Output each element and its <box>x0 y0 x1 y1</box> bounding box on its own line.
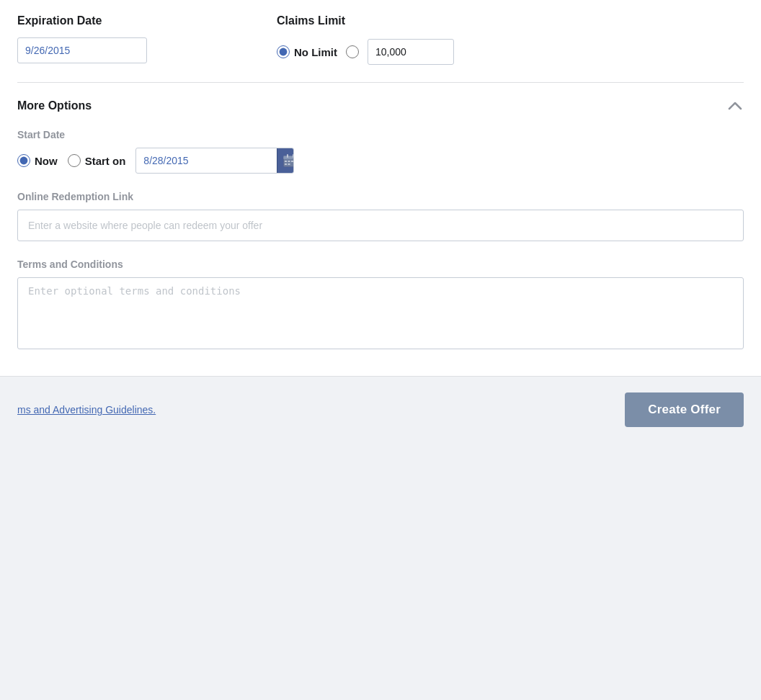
claims-limit-row: No Limit <box>277 39 454 65</box>
start-date-subsection: Start Date Now Start on <box>17 129 744 174</box>
custom-limit-radio[interactable] <box>346 45 359 58</box>
expiration-date-input-wrapper[interactable] <box>17 37 147 63</box>
start-calendar-icon <box>283 154 294 167</box>
terms-section: Terms and Conditions <box>17 259 744 351</box>
svg-rect-19 <box>291 161 293 162</box>
more-options-title: More Options <box>17 99 92 112</box>
svg-rect-14 <box>284 158 295 159</box>
start-date-row: Now Start on <box>17 148 744 174</box>
more-options-collapse-button[interactable] <box>726 97 744 115</box>
claims-limit-input[interactable] <box>368 39 454 65</box>
svg-rect-22 <box>288 163 290 165</box>
footer-bar: ms and Advertising Guidelines. Create Of… <box>0 377 761 443</box>
start-on-date-input[interactable] <box>136 151 277 171</box>
chevron-up-icon <box>728 102 742 110</box>
start-on-label: Start on <box>85 155 126 167</box>
svg-rect-16 <box>293 154 294 158</box>
start-on-date-wrapper[interactable] <box>135 148 294 174</box>
advertising-guidelines-link[interactable]: ms and Advertising Guidelines. <box>17 404 156 416</box>
terms-textarea[interactable] <box>17 277 744 349</box>
main-form: Expiration Date <box>0 0 761 377</box>
online-redemption-input[interactable] <box>17 210 744 241</box>
claims-limit-label: Claims Limit <box>277 14 454 27</box>
start-on-radio[interactable] <box>68 154 81 167</box>
expiration-date-label: Expiration Date <box>17 14 147 27</box>
svg-rect-15 <box>287 154 288 158</box>
no-limit-radio[interactable] <box>277 45 290 58</box>
expiration-date-input[interactable] <box>18 40 147 60</box>
start-on-radio-option[interactable]: Start on <box>68 154 126 167</box>
svg-rect-21 <box>285 163 287 165</box>
more-options-header: More Options <box>17 97 744 115</box>
custom-limit-radio-option[interactable] <box>346 45 359 58</box>
now-label: Now <box>35 155 58 167</box>
terms-label: Terms and Conditions <box>17 259 744 270</box>
top-section: Expiration Date <box>17 14 744 83</box>
no-limit-label: No Limit <box>294 46 337 58</box>
now-radio-option[interactable]: Now <box>17 154 58 167</box>
start-date-label: Start Date <box>17 129 744 140</box>
online-redemption-label: Online Redemption Link <box>17 191 744 202</box>
more-options-section: More Options Start Date Now Start on <box>17 83 744 351</box>
create-offer-button[interactable]: Create Offer <box>625 392 744 427</box>
start-on-calendar-button[interactable] <box>277 148 294 173</box>
svg-rect-18 <box>288 161 290 162</box>
svg-rect-17 <box>285 161 287 162</box>
online-redemption-section: Online Redemption Link <box>17 191 744 241</box>
expiration-date-section: Expiration Date <box>17 14 147 63</box>
no-limit-radio-option[interactable]: No Limit <box>277 45 337 58</box>
now-radio[interactable] <box>17 154 30 167</box>
claims-limit-section: Claims Limit No Limit <box>277 14 454 65</box>
